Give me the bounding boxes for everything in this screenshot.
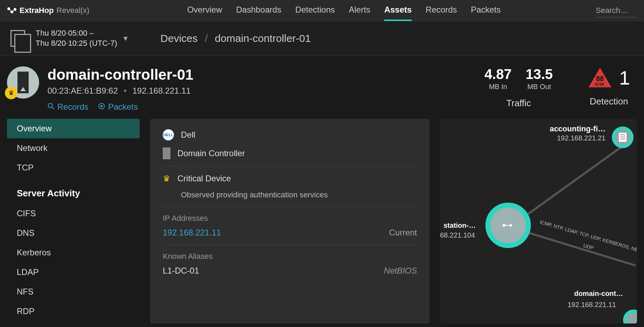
device-quick-links: Records Packets	[47, 102, 476, 112]
search-icon	[47, 102, 54, 112]
divider	[163, 206, 417, 207]
graph-node-domain-controller[interactable]	[623, 310, 637, 324]
nav-tab-packets[interactable]: Packets	[471, 0, 500, 21]
top-navigation: ExtraHop Reveal(x) Overview Dashboards D…	[0, 0, 644, 21]
traffic-out-value: 13.5	[526, 66, 553, 82]
risk-score: 88	[588, 75, 612, 83]
ip-address-link[interactable]: 192.168.221.11	[163, 228, 221, 238]
network-graph-panel[interactable]: accounting-fi… 192.168.221.21 station-… …	[440, 119, 637, 324]
header-stats: 4.87 MB In 13.5 MB Out Traffic 88 RISK 1…	[484, 66, 630, 109]
meta-separator: •	[124, 86, 126, 95]
ip-address-row: 192.168.221.11 Current	[163, 228, 417, 238]
breadcrumb-parent[interactable]: Devices	[160, 32, 198, 44]
search-container	[595, 4, 637, 17]
dell-badge-icon: DELL	[163, 129, 174, 140]
risk-label: RISK	[588, 82, 612, 86]
sidebar-item-kerberos[interactable]: Kerberos	[7, 243, 140, 262]
sidebar-item-overview[interactable]: Overview	[7, 119, 140, 138]
node-label: domain-cont…	[574, 290, 623, 298]
device-ip: 192.168.221.11	[132, 86, 191, 95]
sidebar-item-tcp[interactable]: TCP	[7, 158, 140, 177]
node-ip-dc: 192.168.221.11	[568, 301, 616, 309]
server-role-icon	[163, 147, 170, 159]
time-range-start: Thu 8/20·05:00 –	[36, 28, 117, 38]
target-icon	[98, 102, 105, 112]
node-ip-station: 68.221.104	[440, 231, 475, 239]
brand-logo[interactable]: ExtraHop Reveal(x)	[7, 6, 89, 15]
graph-tag-station: station-…	[440, 220, 479, 231]
crown-icon: ♛	[163, 174, 170, 183]
svg-point-6	[101, 105, 103, 107]
node-circle-icon	[485, 203, 531, 248]
critical-description: Observed providing authentication servic…	[181, 190, 417, 199]
node-label: accounting-fi…	[550, 124, 606, 133]
breadcrumb: Devices / domain-controller-01	[160, 32, 311, 44]
traffic-in-value: 4.87	[484, 66, 512, 82]
alias-type: NetBIOS	[384, 266, 417, 276]
document-node-icon[interactable]	[612, 126, 634, 148]
server-tower-icon	[17, 72, 29, 93]
crown-badge-icon: ♛	[5, 87, 17, 99]
detection-stat[interactable]: 88 RISK 1 Detection	[588, 66, 630, 109]
node-circle-icon	[623, 310, 637, 324]
role-row: Domain Controller	[163, 147, 417, 159]
packets-link[interactable]: Packets	[98, 102, 138, 112]
node-label: station-…	[444, 221, 476, 230]
extrahop-icon	[7, 7, 17, 14]
svg-line-4	[52, 107, 54, 109]
nav-tab-dashboards[interactable]: Dashboards	[236, 0, 281, 21]
main-content: Overview Network TCP Server Activity CIF…	[0, 119, 644, 324]
divider	[163, 166, 417, 167]
graph-edges	[440, 119, 637, 314]
graph-node-accounting[interactable]: accounting-fi… 192.168.221.21	[550, 124, 606, 142]
nav-tab-overview[interactable]: Overview	[187, 0, 222, 21]
device-name: domain-controller-01	[47, 66, 476, 83]
sidebar-heading-server-activity: Server Activity	[7, 177, 140, 204]
device-header: ♛ domain-controller-01 00:23:AE:61:B9:62…	[0, 56, 644, 119]
search-input[interactable]	[596, 6, 636, 15]
graph-tag-domain-controller: domain-cont…	[571, 288, 627, 299]
packets-link-label: Packets	[108, 102, 138, 112]
chevron-down-icon: ▼	[122, 35, 129, 43]
sidebar-item-ldap[interactable]: LDAP	[7, 262, 140, 282]
records-link-label: Records	[57, 102, 88, 112]
brand-product: Reveal(x)	[57, 6, 89, 15]
sidebar-item-nfs[interactable]: NFS	[7, 282, 140, 301]
traffic-stat[interactable]: 4.87 MB In 13.5 MB Out Traffic	[484, 66, 553, 109]
records-link[interactable]: Records	[47, 102, 88, 112]
nav-tab-assets[interactable]: Assets	[384, 0, 412, 21]
node-ip: 192.168.221.21	[550, 134, 606, 142]
role-name: Domain Controller	[177, 148, 245, 158]
detection-count: 1	[619, 66, 630, 89]
nav-tab-records[interactable]: Records	[426, 0, 457, 21]
device-avatar: ♛	[7, 66, 39, 99]
ip-addresses-heading: IP Addresses	[163, 214, 417, 223]
traffic-in-unit: MB In	[484, 83, 512, 91]
device-info: domain-controller-01 00:23:AE:61:B9:62 •…	[47, 66, 476, 112]
device-meta: 00:23:AE:61:B9:62 • 192.168.221.11	[47, 86, 476, 96]
nav-tab-detections[interactable]: Detections	[295, 0, 335, 21]
aliases-heading: Known Aliases	[163, 252, 417, 261]
ip-status: Current	[389, 228, 417, 238]
critical-label: Critical Device	[177, 174, 231, 183]
risk-triangle-icon: 88 RISK	[588, 67, 612, 89]
sidebar-item-network[interactable]: Network	[7, 138, 140, 158]
time-range-end: Thu 8/20·10:25 (UTC-7)	[36, 38, 117, 49]
alias-row: L1-DC-01 NetBIOS	[163, 266, 417, 276]
traffic-out-unit: MB Out	[526, 83, 553, 91]
sidebar-item-rdp[interactable]: RDP	[7, 301, 140, 321]
sidebar-item-cifs[interactable]: CIFS	[7, 204, 140, 223]
divider	[163, 245, 417, 245]
critical-row: ♛ Critical Device	[163, 174, 417, 183]
window-stack-icon[interactable]	[10, 30, 25, 47]
nav-tab-alerts[interactable]: Alerts	[349, 0, 370, 21]
context-bar: Thu 8/20·05:00 – Thu 8/20·10:25 (UTC-7) …	[0, 21, 644, 56]
graph-node-station[interactable]	[485, 203, 531, 248]
device-details-panel: DELL Dell Domain Controller ♛ Critical D…	[150, 119, 430, 324]
sidebar-item-dns[interactable]: DNS	[7, 223, 140, 243]
breadcrumb-separator: /	[205, 32, 207, 44]
detail-sidebar: Overview Network TCP Server Activity CIF…	[7, 119, 140, 324]
vendor-row: DELL Dell	[163, 129, 417, 140]
device-mac: 00:23:AE:61:B9:62	[47, 86, 118, 95]
time-range-picker[interactable]: Thu 8/20·05:00 – Thu 8/20·10:25 (UTC-7) …	[36, 28, 129, 48]
